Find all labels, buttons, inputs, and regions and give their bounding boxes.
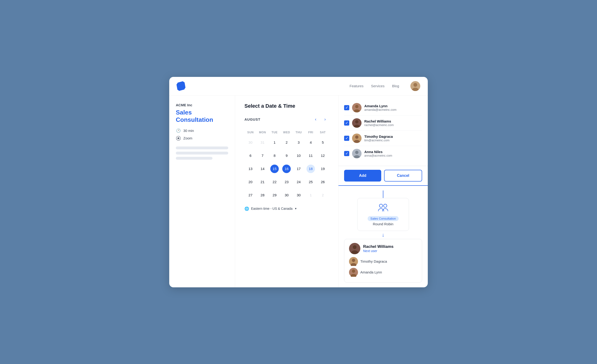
rr-label-bottom: Round Robin [373, 222, 393, 226]
svg-point-9 [355, 120, 358, 123]
day-cell[interactable]: 21 [256, 175, 268, 189]
queued-name-amanda: Amanda Lynn [360, 270, 382, 274]
day-cell[interactable]: 30 [281, 189, 293, 202]
day-cell[interactable]: 3 [293, 136, 305, 149]
event-title: Sales Consultation [176, 109, 228, 123]
month-label: AUGUST [244, 117, 310, 121]
day-cell[interactable]: 7 [256, 149, 268, 162]
svg-point-23 [352, 259, 355, 262]
avatar[interactable] [410, 81, 420, 91]
day-header-wed: WED [281, 129, 293, 136]
arrow-down: ↓ [382, 232, 385, 238]
queued-user-timothy: Timothy Dagraca [349, 257, 417, 266]
company-name: ACME Inc [176, 103, 228, 107]
day-cell[interactable]: 28 [256, 189, 268, 202]
day-cell: 2 [317, 189, 329, 202]
add-button[interactable]: Add [344, 170, 381, 182]
checkbox-anna[interactable]: ✓ [344, 151, 349, 156]
meeting-type-item: Zoom [176, 136, 228, 141]
person-info-rachel: Rachel Williams rachel@acmeinc.com [364, 119, 422, 127]
next-user-info: Rachel Williams Next user [363, 244, 393, 253]
avatar-rachel-next [349, 243, 360, 254]
checkbox-tim[interactable]: ✓ [344, 136, 349, 141]
nav-features[interactable]: Features [350, 84, 363, 88]
day-cell[interactable]: 19 [317, 162, 329, 175]
person-row-anna: ✓ Anna Niles anna@acmeinc.com [344, 146, 422, 161]
day-cell[interactable]: 9 [281, 149, 293, 162]
person-info-tim: Timothy Dagraca tim@acmeinc.com [364, 135, 422, 142]
day-cell[interactable]: 1 [269, 136, 281, 149]
person-info-amanda: Amanda Lynn amanda@acmeinc.com [364, 104, 422, 111]
day-cell[interactable]: 26 [317, 175, 329, 189]
nav-services[interactable]: Services [371, 84, 385, 88]
next-user-card: Rachel Williams Next user Timothy Dagrac… [344, 239, 422, 283]
duration-item: 🕐 30 min [176, 128, 228, 133]
day-cell[interactable]: 29 [269, 189, 281, 202]
svg-point-15 [355, 151, 358, 154]
day-cell[interactable]: 20 [244, 175, 256, 189]
right-panel: ✓ Amanda Lynn amanda@acmeinc.com ✓ [338, 95, 428, 287]
person-email-tim: tim@acmeinc.com [364, 138, 422, 142]
day-cell[interactable]: 22 [269, 175, 281, 189]
day-cell[interactable]: 25 [305, 175, 317, 189]
day-cell[interactable]: 8 [269, 149, 281, 162]
timezone-row[interactable]: 🌐 Eastern time - US & Canada ▼ [244, 206, 329, 211]
cancel-button[interactable]: Cancel [384, 170, 422, 182]
person-row-tim: ✓ Timothy Dagraca tim@acmeinc.com [344, 131, 422, 146]
round-robin-icon [378, 203, 388, 214]
day-header-fri: FRI [305, 129, 317, 136]
day-cell[interactable]: 23 [281, 175, 293, 189]
day-cell-18[interactable]: 18 [305, 162, 317, 175]
checkbox-amanda[interactable]: ✓ [344, 105, 349, 110]
avatar-anna [352, 149, 361, 158]
day-cell[interactable]: 14 [256, 162, 268, 175]
day-cell-15[interactable]: 15 [269, 162, 281, 175]
main-layout: ACME Inc Sales Consultation 🕐 30 min Zoo… [169, 95, 428, 287]
event-meta: 🕐 30 min Zoom [176, 128, 228, 141]
nav-blog[interactable]: Blog [392, 84, 399, 88]
skeleton-lines [176, 146, 228, 160]
person-name-amanda: Amanda Lynn [364, 104, 422, 108]
person-email-amanda: amanda@acmeinc.com [364, 108, 422, 111]
day-cell[interactable]: 30 [293, 189, 305, 202]
next-user-row: Rachel Williams Next user [349, 243, 417, 254]
day-header-tue: TUE [269, 129, 281, 136]
person-email-rachel: rachel@acmeinc.com [364, 123, 422, 127]
rr-label-top: Sales Consultation [368, 216, 399, 221]
skeleton-2 [176, 152, 228, 154]
person-name-anna: Anna Niles [364, 150, 422, 154]
day-cell[interactable]: 27 [244, 189, 256, 202]
svg-point-20 [353, 245, 357, 249]
person-name-tim: Timothy Dagraca [364, 135, 422, 138]
day-cell-16[interactable]: 16 [281, 162, 293, 175]
day-cell[interactable]: 4 [305, 136, 317, 149]
main-card: Features Services Blog ACME Inc Sales Co… [169, 77, 428, 287]
left-sidebar: ACME Inc Sales Consultation 🕐 30 min Zoo… [169, 95, 235, 287]
next-user-label: Next user [363, 249, 393, 253]
day-cell[interactable]: 6 [244, 149, 256, 162]
svg-point-26 [352, 269, 355, 273]
top-nav: Features Services Blog [169, 77, 428, 95]
next-month-button[interactable]: › [321, 116, 329, 123]
skeleton-3 [176, 157, 212, 160]
day-cell[interactable]: 11 [305, 149, 317, 162]
day-cell[interactable]: 10 [293, 149, 305, 162]
avatar-amanda [352, 103, 361, 112]
day-cell[interactable]: 2 [281, 136, 293, 149]
prev-month-button[interactable]: ‹ [312, 116, 319, 123]
calendar-header-title: Select a Date & Time [244, 103, 329, 109]
clock-icon: 🕐 [176, 128, 181, 133]
day-cell[interactable]: 12 [317, 149, 329, 162]
checkbox-rachel[interactable]: ✓ [344, 120, 349, 126]
zoom-icon [176, 136, 181, 141]
logo-icon [176, 81, 186, 91]
day-cell[interactable]: 5 [317, 136, 329, 149]
skeleton-1 [176, 146, 228, 149]
duration-label: 30 min [183, 129, 194, 133]
connector-line-top [383, 190, 383, 198]
queued-name-timothy: Timothy Dagraca [360, 259, 387, 263]
day-cell[interactable]: 17 [293, 162, 305, 175]
day-cell[interactable]: 13 [244, 162, 256, 175]
meeting-type-label: Zoom [183, 136, 192, 140]
day-cell[interactable]: 24 [293, 175, 305, 189]
